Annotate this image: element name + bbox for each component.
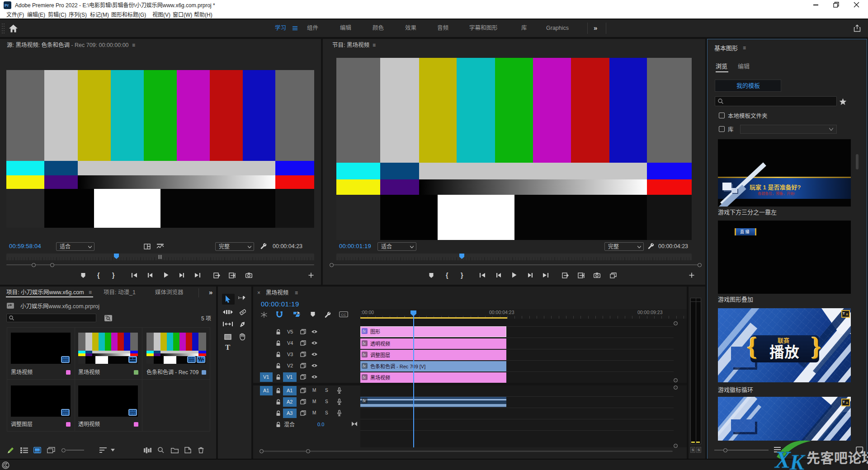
svg-text:X: X <box>774 447 791 470</box>
svg-text:K: K <box>789 450 806 470</box>
svg-text:CC: CC <box>341 313 346 317</box>
